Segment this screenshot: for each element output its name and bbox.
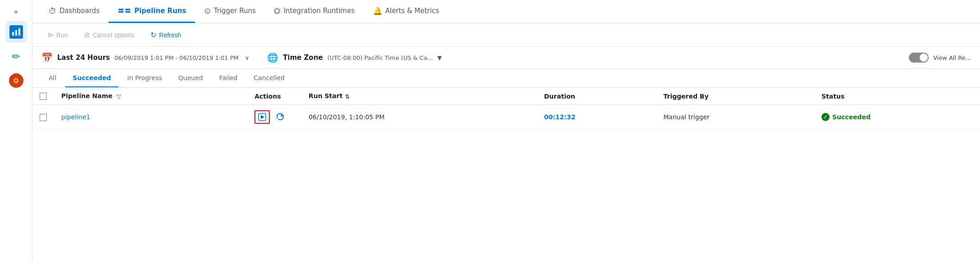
pencil-icon: ✏️ [12,51,20,62]
tab-alerts-metrics[interactable]: 🔔 Alerts & Metrics [364,0,448,23]
status-succeeded: ✓ Succeeded [821,113,973,121]
chart-icon [9,25,23,39]
actions-cell [247,105,301,130]
view-all-label: View All Re... [933,54,971,61]
duration-cell: 00:12:32 [537,105,656,130]
sidebar-collapse-btn[interactable]: » [0,4,32,19]
run-button[interactable]: ⊳ Run [41,28,74,42]
pipeline-runs-icon: 〓〓 [118,7,131,15]
tab-integration-runtimes[interactable]: ⏣ Integration Runtimes [265,0,364,23]
factory-icon: ⚙ [9,73,23,88]
integration-runtimes-icon: ⏣ [274,6,281,15]
tab-trigger-runs[interactable]: ⊙ Trigger Runs [195,0,264,23]
status-cell: ✓ Succeeded [814,105,980,130]
run-icon: ⊳ [48,31,54,39]
date-range: 06/09/2019 1:01 PM - 06/10/2019 1:01 PM [114,54,239,61]
table-row: pipeline1 [32,105,980,130]
date-filter[interactable]: 📅 Last 24 Hours 06/09/2019 1:01 PM - 06/… [41,52,249,63]
globe-icon: 🌐 [267,52,278,63]
tab-pipeline-runs[interactable]: 〓〓 Pipeline Runs [109,0,195,23]
nav-tabs: ⏱ Dashboards 〓〓 Pipeline Runs ⊙ Trigger … [32,0,980,23]
run-pipeline-icon [258,112,267,122]
timezone-chevron-icon: ▼ [437,54,442,61]
col-header-status: Status [814,88,980,105]
sidebar-item-factory[interactable]: ⚙ [5,70,27,91]
refresh-button[interactable]: ↻ Refresh [144,28,187,42]
select-all-checkbox[interactable] [40,93,47,100]
pipeline-runs-table: Pipeline Name ▽ Actions Run Start ⇅ Dura… [32,88,980,261]
pipeline-name-value[interactable]: pipeline1 [61,113,90,121]
status-tab-succeeded[interactable]: Succeeded [65,69,118,87]
action-icons-container [254,110,294,124]
alerts-icon: 🔔 [373,6,382,15]
run-start-sort-icon[interactable]: ⇅ [345,93,350,100]
toolbar: ⊳ Run ⊘ Cancel options ↻ Refresh [32,23,980,47]
trigger-runs-icon: ⊙ [204,6,210,15]
status-value: Succeeded [832,113,871,121]
triggered-by-value: Manual trigger [663,113,710,121]
run-start-value: 06/10/2019, 1:10:05 PM [309,113,385,121]
rerun-pipeline-button[interactable] [272,110,288,124]
view-all-toggle[interactable] [909,53,929,63]
run-pipeline-button[interactable] [254,110,270,124]
timezone-value: (UTC-08:00) Pacific Time (US & Ca... [327,54,433,61]
sidebar-item-analytics[interactable] [5,21,27,43]
pipeline-name-cell: pipeline1 [54,105,247,130]
timezone-filter[interactable]: 🌐 Time Zone (UTC-08:00) Pacific Time (US… [267,52,442,63]
main-content: ⏱ Dashboards 〓〓 Pipeline Runs ⊙ Trigger … [32,0,980,261]
status-tab-cancelled[interactable]: Cancelled [246,69,292,87]
col-header-run-start[interactable]: Run Start ⇅ [301,88,537,105]
dashboards-icon: ⏱ [49,6,56,15]
status-tabs: All Succeeded In Progress Queued Failed … [32,69,980,88]
date-chevron-icon: ∨ [245,54,250,61]
tab-dashboards[interactable]: ⏱ Dashboards [40,0,109,23]
refresh-icon: ↻ [150,31,156,39]
toggle-knob [920,54,928,62]
row-checkbox[interactable] [40,114,47,121]
pipeline-name-filter-icon[interactable]: ▽ [117,93,121,100]
col-header-checkbox [32,88,54,105]
triggered-by-cell: Manual trigger [656,105,814,130]
sidebar-item-edit[interactable]: ✏️ [5,45,27,67]
cancel-options-button[interactable]: ⊘ Cancel options [78,28,141,42]
status-tab-queued[interactable]: Queued [171,69,210,87]
sidebar: » ✏️ ⚙ [0,0,32,261]
table-header-row: Pipeline Name ▽ Actions Run Start ⇅ Dura… [32,88,980,105]
cancel-icon: ⊘ [84,31,90,39]
run-start-cell: 06/10/2019, 1:10:05 PM [301,105,537,130]
col-header-actions: Actions [247,88,301,105]
col-header-duration: Duration [537,88,656,105]
col-header-triggered-by: Triggered By [656,88,814,105]
timezone-label: Time Zone [283,54,322,62]
status-tab-in-progress[interactable]: In Progress [120,69,169,87]
date-label: Last 24 Hours [57,54,110,62]
status-tab-failed[interactable]: Failed [212,69,245,87]
svg-point-3 [281,115,282,117]
filter-bar: 📅 Last 24 Hours 06/09/2019 1:01 PM - 06/… [32,47,980,69]
status-check-icon: ✓ [821,113,830,121]
calendar-icon: 📅 [41,52,53,63]
col-header-pipeline-name: Pipeline Name ▽ [54,88,247,105]
view-all-toggle-container: View All Re... [909,53,971,63]
rerun-pipeline-icon [275,112,285,122]
row-checkbox-cell [32,105,54,130]
status-tab-all[interactable]: All [41,69,64,87]
duration-value: 00:12:32 [544,113,576,121]
